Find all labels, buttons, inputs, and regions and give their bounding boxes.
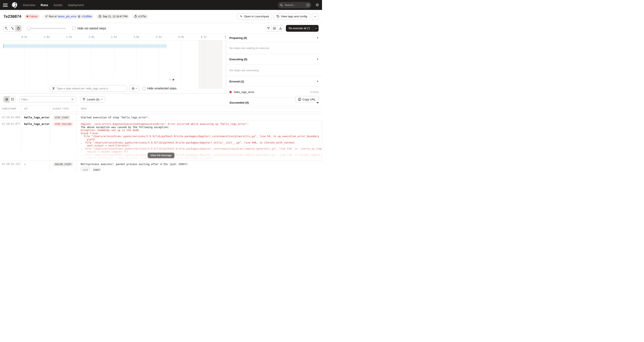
- hamburger-menu-icon[interactable]: [3, 4, 8, 7]
- axis-tick: 0.5s: [21, 36, 27, 38]
- chevron-collapsed-icon: ▶: [317, 102, 318, 104]
- chevron-expanded-icon: ▼: [317, 80, 318, 82]
- chevron-down-icon: [101, 98, 102, 100]
- gantt-marker-failure-dot[interactable]: [172, 79, 174, 80]
- job-name-link[interactable]: demo_job_error: [58, 15, 76, 18]
- open-in-launchpad-button[interactable]: ✎ Open in Launchpad: [237, 13, 272, 20]
- log-filter-input[interactable]: [21, 98, 71, 101]
- collapse-panel-button[interactable]: [266, 25, 272, 31]
- chevron-down-icon: [314, 15, 316, 17]
- log-op: hello_logs_error: [21, 121, 50, 161]
- search-icon: [280, 4, 283, 6]
- gantt-section: 0.5s 1.0s 1.5s 2.0s 2.5s 3.0s 3.5s 4.0s …: [0, 34, 322, 94]
- view-mode-waterfall-button[interactable]: [10, 25, 16, 31]
- reexecute-dropdown-button[interactable]: [313, 25, 318, 32]
- log-info: Started execution of step "hello_logs_er…: [76, 114, 322, 121]
- op-selector-icon: [52, 87, 55, 90]
- log-info: Multiprocess executor: parent process ex…: [76, 161, 322, 171]
- slider-knob[interactable]: [27, 27, 30, 30]
- hide-not-started-checkbox[interactable]: Hide not started steps: [72, 27, 106, 30]
- log-list-view-button[interactable]: [4, 96, 10, 102]
- global-search[interactable]: /: [278, 2, 311, 8]
- view-full-message-button[interactable]: View full message: [148, 152, 174, 158]
- split-horizontal-icon: [273, 27, 276, 30]
- nav-item-deployment[interactable]: Deployment: [68, 4, 84, 7]
- gear-icon[interactable]: ⚙: [316, 3, 319, 7]
- event-metadata-table: pid 25657: [81, 167, 104, 171]
- gantt-footer: Hide unselected steps: [0, 85, 226, 94]
- search-input[interactable]: [284, 4, 306, 6]
- run-header: 7e236874 Failure ↺ Run of demo_job_error…: [0, 10, 322, 23]
- gantt-time-axis: 0.5s 1.0s 1.5s 2.0s 2.5s 3.0s 3.5s 4.0s …: [0, 34, 226, 40]
- panel-section-errored[interactable]: Errored (1)▼: [226, 76, 322, 87]
- reexecute-all-button[interactable]: Re-execute all (*): [286, 25, 313, 32]
- clear-filter-icon[interactable]: ⊗: [71, 98, 74, 101]
- levels-dropdown-button[interactable]: Levels (5): [80, 96, 105, 102]
- flat-gantt-icon: [5, 27, 8, 30]
- log-op: -: [21, 161, 50, 171]
- log-op: hello_logs_error: [21, 114, 50, 121]
- run-start-time-pill: Sep 21, 12:16:47 PM: [96, 14, 130, 19]
- split-panels-button[interactable]: [272, 25, 278, 31]
- axis-tick: 1.5s: [66, 36, 72, 38]
- expand-up-icon: [279, 27, 282, 30]
- log-timestamp: 12:16:52.215: [0, 161, 21, 171]
- view-mode-flat-button[interactable]: [4, 25, 10, 31]
- gantt-zoom-slider[interactable]: [27, 25, 66, 32]
- funnel-icon: [83, 98, 85, 100]
- checkbox-icon[interactable]: [72, 27, 76, 30]
- step-subset-input[interactable]: [57, 87, 125, 90]
- chevron-up-icon: [135, 88, 137, 90]
- waterfall-gantt-icon: [11, 27, 14, 30]
- log-row-step-start[interactable]: 12:16:51.654 hello_logs_error STEP_START…: [0, 114, 322, 121]
- status-dot-icon: [26, 16, 28, 17]
- step-subset-inputbox[interactable]: [49, 85, 128, 92]
- log-view-mode-group: [4, 96, 16, 102]
- col-header-op: OP: [21, 106, 50, 112]
- col-header-info: INFO: [76, 106, 322, 112]
- errored-step-duration: 0.023s: [310, 90, 318, 94]
- slider-track: [28, 28, 66, 29]
- axis-tick: 2.0s: [88, 36, 94, 38]
- run-id: 7e236874: [4, 14, 21, 19]
- event-type-badge: STEP_START: [53, 116, 70, 120]
- panel-section-executing[interactable]: Executing (0)▼: [226, 54, 322, 64]
- timed-view-icon: [17, 27, 20, 30]
- panel-layout-group: [266, 25, 284, 32]
- view-mode-timed-button[interactable]: [16, 25, 21, 31]
- dagster-run-page: Overview Runs Assets Deployment / ⚙ 7e23…: [0, 0, 322, 171]
- collapse-down-icon: [267, 27, 270, 30]
- hide-unselected-label: Hide unselected steps: [147, 87, 176, 90]
- hide-unselected-checkbox[interactable]: [142, 87, 146, 90]
- run-actions-dropdown-button[interactable]: [312, 13, 318, 20]
- event-type-badge: STEP_FAILURE: [53, 122, 73, 126]
- log-structured-view-button[interactable]: [10, 96, 16, 102]
- errored-step-row[interactable]: hello_logs_error 0.023s: [226, 87, 322, 98]
- gantt-step-bar[interactable]: [4, 44, 167, 48]
- nav-item-runs[interactable]: Runs: [40, 4, 48, 7]
- expand-panel-button[interactable]: [278, 25, 284, 31]
- log-error-message: dagster._core.errors.DagsterExecutionSte…: [76, 121, 322, 161]
- view-tags-config-button[interactable]: View tags and config: [274, 13, 310, 20]
- nav-item-overview[interactable]: Overview: [23, 4, 35, 7]
- axis-tick: 3.5s: [156, 36, 162, 38]
- snapshot-id-link[interactable]: cf1df98e: [82, 15, 92, 18]
- tag-icon: [276, 15, 280, 18]
- panel-section-preparing[interactable]: Preparing (0)▼: [226, 34, 322, 42]
- nav-item-assets[interactable]: Assets: [54, 4, 62, 7]
- clock-icon: [98, 15, 101, 18]
- metadata-value: 25657: [90, 168, 104, 171]
- run-duration-pill: 4.375s: [132, 14, 148, 19]
- log-row-engine-event[interactable]: 12:16:52.215 - ENGINE_EVENT Multiprocess…: [0, 161, 322, 171]
- run-of-pill: ↺ Run of demo_job_error @ cf1df98e: [43, 14, 94, 19]
- graph-query-toggle-button[interactable]: [129, 85, 139, 92]
- log-row-step-failure[interactable]: 12:16:51.677 hello_logs_error STEP_FAILU…: [0, 121, 322, 161]
- primary-nav: Overview Runs Assets Deployment: [23, 4, 84, 7]
- stopwatch-icon: [134, 15, 137, 18]
- dagster-logo-icon[interactable]: [12, 2, 18, 8]
- axis-tick: 3.0s: [134, 36, 139, 38]
- event-type-badge: ENGINE_EVENT: [53, 162, 73, 166]
- gantt-marker-open-circle[interactable]: [169, 79, 170, 80]
- gantt-chart[interactable]: 0.5s 1.0s 1.5s 2.0s 2.5s 3.0s 3.5s 4.0s …: [0, 34, 226, 94]
- log-filter-box[interactable]: ⊗: [19, 96, 76, 102]
